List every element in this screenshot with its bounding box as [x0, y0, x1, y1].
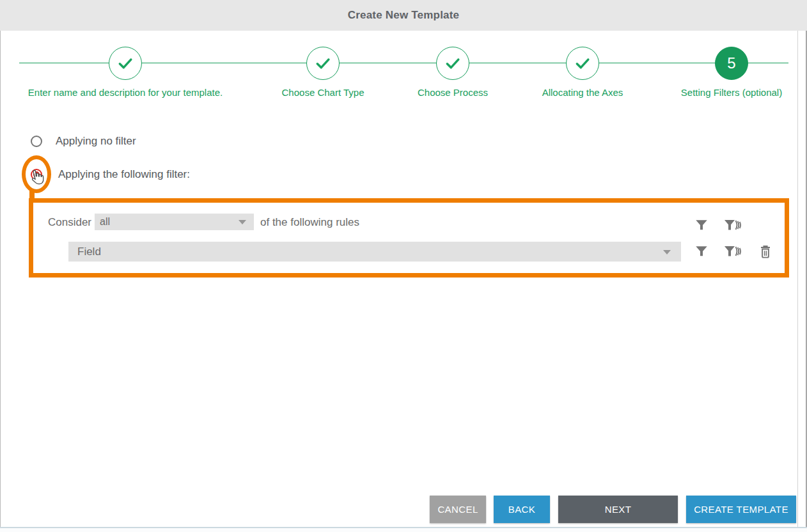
- filter-icon: [694, 244, 709, 258]
- multi-filter-icon: [724, 244, 742, 259]
- cancel-button[interactable]: CANCEL: [430, 496, 486, 523]
- rule-add-filter-group-button[interactable]: [724, 244, 742, 259]
- dialog-title: Create New Template: [348, 9, 460, 22]
- rules-suffix-label: of the following rules: [260, 216, 359, 229]
- dialog-titlebar: Create New Template: [0, 0, 807, 31]
- back-button[interactable]: BACK: [494, 496, 550, 523]
- rule-field-select-value: Field: [77, 246, 101, 258]
- stepper-step-3-circle[interactable]: [436, 47, 469, 80]
- rule-add-filter-button[interactable]: [694, 244, 709, 258]
- step-number: 5: [727, 54, 735, 72]
- stepper-step-1-circle[interactable]: [109, 47, 142, 80]
- window-frame: [0, 0, 807, 532]
- stepper-step-2-label: Choose Chart Type: [282, 87, 364, 98]
- create-template-button[interactable]: CREATE TEMPLATE: [686, 496, 796, 523]
- stepper-step-4-label: Allocating the Axes: [542, 87, 623, 98]
- footer-strip: [0, 528, 807, 532]
- add-filter-button[interactable]: [694, 218, 709, 232]
- chevron-down-icon: [239, 220, 246, 224]
- option-with-filter[interactable]: Applying the following filter:: [31, 168, 190, 181]
- stepper-step-4-circle[interactable]: [566, 47, 599, 80]
- stepper-step-3-label: Choose Process: [418, 87, 488, 98]
- match-type-select[interactable]: all: [95, 214, 254, 230]
- stepper-step-5-label: Setting Filters (optional): [681, 87, 782, 98]
- check-icon: [115, 53, 136, 74]
- radio-with-filter-label: Applying the following filter:: [58, 168, 190, 181]
- delete-icon: [759, 244, 772, 259]
- stepper-step-2-circle[interactable]: [306, 47, 340, 80]
- hand-pointer-icon: [28, 169, 45, 187]
- option-no-filter[interactable]: Applying no filter: [31, 135, 136, 148]
- check-icon: [572, 53, 593, 74]
- rule-delete-button[interactable]: [759, 244, 772, 259]
- rule-field-select[interactable]: Field: [68, 242, 681, 262]
- add-filter-group-button[interactable]: [724, 217, 742, 233]
- check-icon: [443, 53, 463, 74]
- check-icon: [313, 53, 333, 74]
- match-type-select-value: all: [100, 216, 110, 228]
- radio-no-filter-label: Applying no filter: [56, 135, 136, 148]
- radio-no-filter[interactable]: [31, 136, 42, 147]
- chevron-down-icon: [663, 250, 671, 254]
- next-button[interactable]: NEXT: [558, 496, 678, 523]
- multi-filter-icon: [724, 217, 742, 233]
- consider-label: Consider: [48, 216, 91, 229]
- stepper-step-1-label: Enter name and description for your temp…: [28, 87, 223, 98]
- scrollbar-track[interactable]: [797, 31, 798, 527]
- stepper-step-5-circle[interactable]: 5: [715, 47, 748, 80]
- filter-icon: [694, 218, 709, 232]
